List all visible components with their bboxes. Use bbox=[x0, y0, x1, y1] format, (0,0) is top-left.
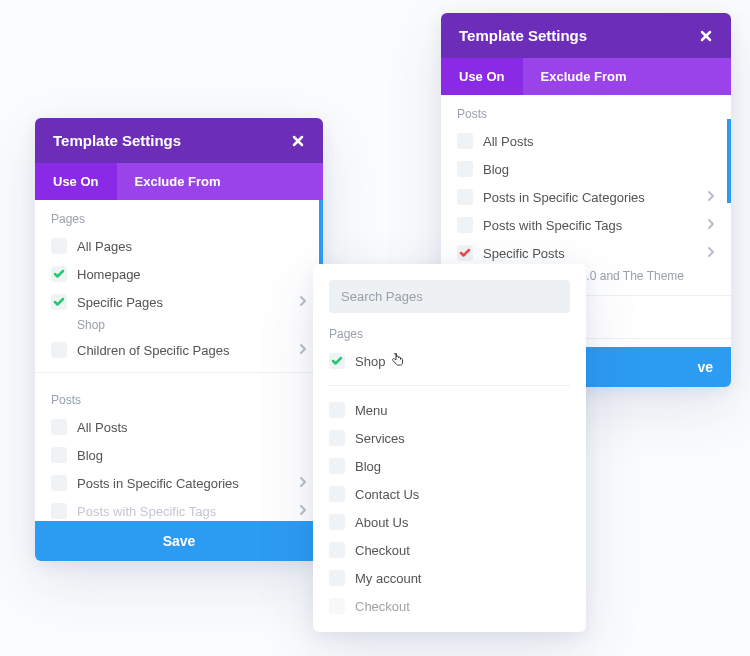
item-label: All Posts bbox=[483, 134, 715, 149]
divider bbox=[329, 385, 570, 386]
chevron-right-icon bbox=[299, 295, 307, 310]
item-label: About Us bbox=[355, 515, 570, 530]
list-item[interactable]: Specific Pages bbox=[35, 288, 323, 316]
panel-header: Template Settings bbox=[35, 118, 323, 163]
checkbox-icon[interactable] bbox=[51, 419, 67, 435]
list-item[interactable]: Posts in Specific Categories bbox=[35, 469, 323, 497]
item-label: Specific Pages bbox=[77, 295, 299, 310]
item-label: Homepage bbox=[77, 267, 307, 282]
list-item[interactable]: Specific Posts bbox=[441, 239, 731, 267]
checkbox-icon[interactable] bbox=[457, 133, 473, 149]
list-item[interactable]: Shop bbox=[313, 347, 586, 375]
checkbox-icon[interactable] bbox=[51, 342, 67, 358]
checkbox-icon[interactable] bbox=[51, 475, 67, 491]
section-title-pages: Pages bbox=[35, 200, 323, 232]
chevron-right-icon bbox=[299, 343, 307, 358]
list-item[interactable]: Blog bbox=[35, 441, 323, 469]
checkbox-icon[interactable] bbox=[457, 189, 473, 205]
hand-cursor-icon bbox=[391, 353, 405, 369]
list-item[interactable]: Posts in Specific Categories bbox=[441, 183, 731, 211]
checkbox-icon[interactable] bbox=[329, 430, 345, 446]
item-label: Posts in Specific Categories bbox=[77, 476, 299, 491]
tab-exclude-from[interactable]: Exclude From bbox=[523, 58, 645, 95]
list-item[interactable]: Homepage bbox=[35, 260, 323, 288]
list-item[interactable]: All Posts bbox=[441, 127, 731, 155]
chevron-right-icon bbox=[707, 246, 715, 261]
checkbox-icon[interactable] bbox=[329, 570, 345, 586]
checkbox-icon[interactable] bbox=[329, 402, 345, 418]
section-title-posts: Posts bbox=[441, 95, 731, 127]
list-item[interactable]: All Posts bbox=[35, 413, 323, 441]
item-label: Blog bbox=[355, 459, 570, 474]
tab-use-on[interactable]: Use On bbox=[35, 163, 117, 200]
panel-title: Template Settings bbox=[459, 27, 587, 44]
item-label: Checkout bbox=[355, 543, 570, 558]
checkbox-icon[interactable] bbox=[329, 514, 345, 530]
item-label: Checkout bbox=[355, 599, 570, 614]
item-label: Posts with Specific Tags bbox=[77, 504, 299, 519]
item-label: Contact Us bbox=[355, 487, 570, 502]
search-placeholder: Search Pages bbox=[341, 289, 423, 304]
list-item[interactable]: My account bbox=[313, 564, 586, 592]
checkbox-icon[interactable] bbox=[457, 217, 473, 233]
tabs: Use On Exclude From bbox=[35, 163, 323, 200]
list-item[interactable]: Posts with Specific Tags bbox=[441, 211, 731, 239]
tab-exclude-from[interactable]: Exclude From bbox=[117, 163, 239, 200]
chevron-right-icon bbox=[299, 504, 307, 519]
chevron-right-icon bbox=[707, 190, 715, 205]
list-item[interactable]: All Pages bbox=[35, 232, 323, 260]
list-item[interactable]: About Us bbox=[313, 508, 586, 536]
item-label: Shop bbox=[355, 354, 570, 369]
checkbox-icon[interactable] bbox=[457, 161, 473, 177]
search-input[interactable]: Search Pages bbox=[329, 280, 570, 313]
close-icon[interactable] bbox=[699, 29, 713, 43]
posts-section: Posts All Posts Blog Posts in Specific C… bbox=[441, 95, 731, 287]
item-label: All Posts bbox=[77, 420, 307, 435]
list-item[interactable]: Children of Specific Pages bbox=[35, 336, 323, 364]
checkmark-icon[interactable] bbox=[329, 353, 345, 369]
checkbox-icon[interactable] bbox=[329, 486, 345, 502]
checkmark-icon[interactable] bbox=[51, 294, 67, 310]
checkmark-icon[interactable] bbox=[457, 245, 473, 261]
section-title-posts: Posts bbox=[35, 381, 323, 413]
item-label: My account bbox=[355, 571, 570, 586]
list-item[interactable]: Checkout bbox=[313, 592, 586, 620]
posts-section: Posts All Posts Blog Posts in Specific C… bbox=[35, 381, 323, 521]
item-label: Children of Specific Pages bbox=[77, 343, 299, 358]
list-item[interactable]: Contact Us bbox=[313, 480, 586, 508]
item-sub-label: Shop bbox=[35, 316, 323, 336]
item-label: Posts with Specific Tags bbox=[483, 218, 707, 233]
item-label: Menu bbox=[355, 403, 570, 418]
checkbox-icon[interactable] bbox=[51, 238, 67, 254]
checkbox-icon[interactable] bbox=[329, 542, 345, 558]
panel-header: Template Settings bbox=[441, 13, 731, 58]
checkbox-icon[interactable] bbox=[51, 503, 67, 519]
chevron-right-icon bbox=[707, 218, 715, 233]
save-button[interactable]: Save bbox=[35, 521, 323, 561]
template-settings-panel-left: Template Settings Use On Exclude From Pa… bbox=[35, 118, 323, 561]
tabs: Use On Exclude From bbox=[441, 58, 731, 95]
checkbox-icon[interactable] bbox=[329, 598, 345, 614]
pages-body: Pages Shop Menu Services Blog Contact Us bbox=[313, 323, 586, 632]
list-item[interactable]: Services bbox=[313, 424, 586, 452]
item-label: Blog bbox=[77, 448, 307, 463]
close-icon[interactable] bbox=[291, 134, 305, 148]
item-label: All Pages bbox=[77, 239, 307, 254]
pages-section: Pages All Pages Homepage Specific Pages … bbox=[35, 200, 323, 364]
panel-title: Template Settings bbox=[53, 132, 181, 149]
checkbox-icon[interactable] bbox=[51, 447, 67, 463]
list-item[interactable]: Checkout bbox=[313, 536, 586, 564]
list-item[interactable]: Blog bbox=[313, 452, 586, 480]
list-item[interactable]: Blog bbox=[441, 155, 731, 183]
list-item[interactable]: Menu bbox=[313, 396, 586, 424]
pages-picker-popover: Search Pages Pages Shop Menu Services Bl… bbox=[313, 264, 586, 632]
list-item[interactable]: Posts with Specific Tags bbox=[35, 497, 323, 521]
chevron-right-icon bbox=[299, 476, 307, 491]
tab-use-on[interactable]: Use On bbox=[441, 58, 523, 95]
divider bbox=[35, 372, 323, 373]
checkbox-icon[interactable] bbox=[329, 458, 345, 474]
checkmark-icon[interactable] bbox=[51, 266, 67, 282]
item-label: Specific Posts bbox=[483, 246, 707, 261]
item-label: Posts in Specific Categories bbox=[483, 190, 707, 205]
section-title-pages: Pages bbox=[313, 323, 586, 347]
